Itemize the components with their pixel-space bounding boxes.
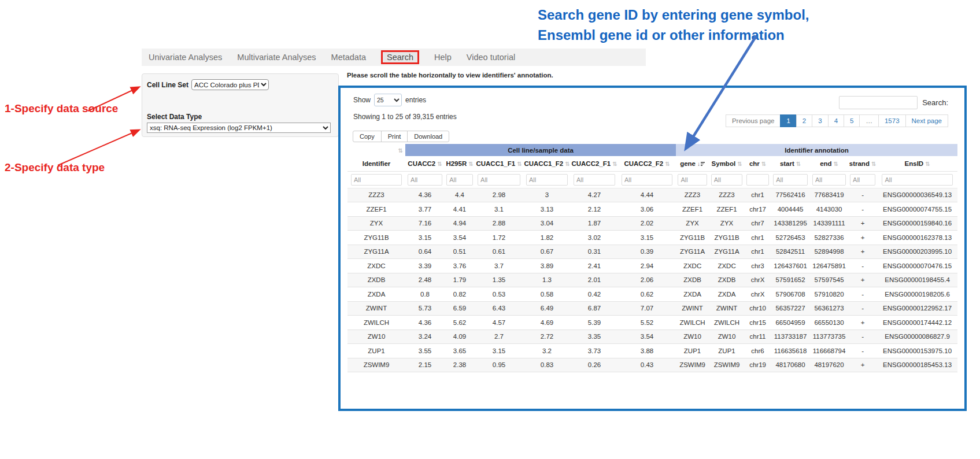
filter-input-ensid[interactable]: [882, 174, 952, 186]
search-annotation-line2: Ensembl gene id or other information: [538, 25, 861, 45]
sort-icon[interactable]: ⇅: [565, 161, 569, 167]
cell-end: 52894998: [810, 245, 848, 259]
nav-item-metadata[interactable]: Metadata: [331, 53, 366, 62]
group-header-sample-data: Cell line/sample data: [405, 144, 676, 156]
column-header-label: CUACC2_F2: [624, 160, 663, 167]
page-button-1573[interactable]: 1573: [878, 114, 906, 127]
page-button-3[interactable]: 3: [812, 114, 828, 127]
cell-identifier: ZYX: [347, 216, 405, 231]
copy-button[interactable]: Copy: [353, 131, 382, 142]
cell-cuacc1-f2: 6.49: [523, 301, 571, 316]
column-header-label: CUACC2_F1: [571, 160, 611, 167]
filter-input-gene[interactable]: [678, 174, 707, 186]
download-button[interactable]: Download: [407, 131, 449, 142]
filter-input-h295r[interactable]: [446, 174, 473, 186]
data-type-select[interactable]: xsq: RNA-seq Expression (log2 FPKM+1): [147, 123, 331, 133]
nav-item-search[interactable]: Search: [381, 50, 419, 64]
nav-item-video-tutorial[interactable]: Video tutorial: [467, 53, 515, 62]
filter-input-end[interactable]: [812, 174, 846, 186]
filter-input-cuacc1-f2[interactable]: [526, 174, 568, 186]
cell-cuacc2: 0.64: [405, 245, 445, 259]
table-row-zzz3: ZZZ34.364.42.9834.274.44ZZZ3ZZZ3chr17756…: [347, 188, 957, 202]
cell-cuacc2-f1: 3.02: [571, 231, 618, 245]
filter-input-cuacc1-f1[interactable]: [478, 174, 520, 186]
sort-icon[interactable]: ⇅: [925, 161, 930, 167]
sort-icon-active[interactable]: ↓: [697, 161, 705, 167]
sort-icon[interactable]: ⇅: [468, 161, 473, 167]
cell-gene: ZXDA: [676, 287, 709, 302]
sort-icon[interactable]: ⇅: [437, 161, 442, 167]
cell-cuacc1-f2: 3: [523, 188, 571, 202]
column-header-symbol[interactable]: Symbol⇅: [709, 156, 745, 171]
print-button[interactable]: Print: [381, 131, 408, 142]
page-button-5[interactable]: 5: [844, 114, 860, 127]
cell-gene: ZZEF1: [676, 202, 709, 217]
cell-start: 66504959: [771, 316, 810, 330]
column-header-start[interactable]: start⇅: [771, 156, 810, 171]
next-page-button[interactable]: Next page: [905, 114, 948, 127]
sort-icon[interactable]: ⇅: [517, 161, 522, 167]
filter-input-symbol[interactable]: [711, 174, 743, 186]
cell-strand: -: [848, 259, 877, 273]
cell-gene: ZXDC: [676, 259, 709, 273]
sort-icon[interactable]: ⇅: [871, 161, 876, 167]
page-button-2[interactable]: 2: [796, 114, 812, 127]
table-search-input[interactable]: [839, 96, 918, 109]
column-header-row: IdentifierCUACC2⇅H295R⇅CUACC1_F1⇅CUACC1_…: [347, 156, 957, 171]
column-header-cuacc2-f1[interactable]: CUACC2_F1⇅: [571, 156, 618, 171]
column-header-cuacc2-f2[interactable]: CUACC2_F2⇅: [618, 156, 676, 171]
column-header-gene[interactable]: gene↓: [676, 156, 709, 171]
filter-input-chr[interactable]: [746, 174, 770, 186]
column-header-strand[interactable]: strand⇅: [848, 156, 877, 171]
nav-item-help[interactable]: Help: [434, 53, 452, 62]
cell-chr: chrX: [745, 287, 771, 302]
table-row-zup1: ZUP13.553.653.153.23.733.88ZUP1ZUP1chr61…: [347, 344, 957, 358]
filter-input-cuacc2-f2[interactable]: [622, 174, 672, 186]
nav-item-univariate-analyses[interactable]: Univariate Analyses: [149, 53, 222, 62]
column-header-chr[interactable]: chr⇅: [745, 156, 771, 171]
column-header-cuacc2[interactable]: CUACC2⇅: [405, 156, 445, 171]
filter-input-identifier[interactable]: [351, 174, 402, 186]
column-header-identifier[interactable]: Identifier: [347, 156, 405, 171]
page-length-select[interactable]: 25: [374, 94, 402, 106]
column-header-ensid[interactable]: EnsID⇅: [877, 156, 957, 171]
sort-icon[interactable]: ⇅: [834, 161, 838, 167]
column-header-label: start: [780, 160, 794, 167]
sort-icon[interactable]: ⇅: [796, 161, 801, 167]
cell-strand: +: [848, 231, 877, 245]
sort-icon[interactable]: ⇅: [398, 147, 403, 154]
column-header-cuacc1-f1[interactable]: CUACC1_F1⇅: [475, 156, 523, 171]
filter-cell: [676, 171, 709, 188]
cell-cuacc2-f2: 3.54: [618, 330, 676, 344]
filter-cell: [771, 171, 810, 188]
cell-cuacc2-f1: 0.26: [571, 358, 618, 372]
cell-line-set-select[interactable]: ACC Colorado plus PDX: [191, 79, 269, 90]
column-header-label: CUACC1_F1: [476, 160, 515, 167]
sort-icon[interactable]: ⇅: [665, 161, 670, 167]
export-buttons: CopyPrintDownload: [353, 131, 449, 142]
cell-cuacc2-f2: 0.43: [618, 358, 676, 372]
nav-item-multivariate-analyses[interactable]: Multivariate Analyses: [237, 53, 316, 62]
page-button-1[interactable]: 1: [780, 114, 796, 127]
cell-cuacc2-f2: 7.07: [618, 301, 676, 316]
filter-input-cuacc2[interactable]: [408, 174, 442, 186]
cell-cuacc1-f2: 3.89: [523, 259, 571, 273]
cell-h295r: 5.62: [445, 316, 475, 330]
column-header-end[interactable]: end⇅: [810, 156, 848, 171]
sort-icon[interactable]: ⇅: [737, 161, 742, 167]
cell-cuacc2: 7.16: [405, 216, 445, 231]
page-button-4[interactable]: 4: [828, 114, 844, 127]
column-header-h295r[interactable]: H295R⇅: [445, 156, 475, 171]
cell-symbol: ZZEF1: [709, 202, 745, 217]
cell-chr: chr3: [745, 259, 771, 273]
filter-input-start[interactable]: [773, 174, 808, 186]
column-header-cuacc1-f2[interactable]: CUACC1_F2⇅: [523, 156, 571, 171]
sort-icon[interactable]: ⇅: [761, 161, 766, 167]
filter-input-cuacc2-f1[interactable]: [574, 174, 615, 186]
table-search-control: Search:: [839, 96, 948, 109]
cell-cuacc1-f1: 4.57: [475, 316, 523, 330]
sort-icon[interactable]: ⇅: [612, 161, 617, 167]
cell-strand: -: [848, 188, 877, 202]
cell-identifier: ZWINT: [347, 301, 405, 316]
filter-input-strand[interactable]: [850, 174, 875, 186]
